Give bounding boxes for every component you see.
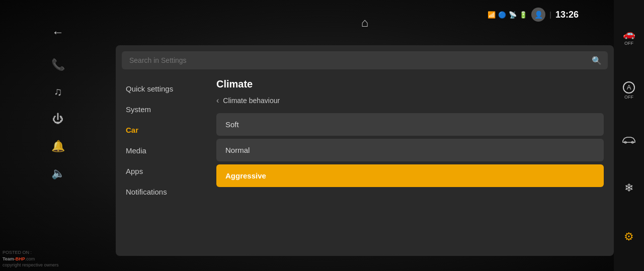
signal-icon: 📡 <box>509 11 517 19</box>
search-input[interactable] <box>122 51 608 69</box>
status-icons: 📶 🔵 📡 🔋 <box>488 11 527 19</box>
phone-icon[interactable]: 📞 <box>51 58 65 71</box>
nav-item-quick-settings[interactable]: Quick settings <box>116 78 206 99</box>
snowflake-symbol: ❄ <box>624 182 633 194</box>
volume-icon[interactable]: 🔈 <box>51 167 65 180</box>
back-button[interactable]: ← <box>52 25 64 39</box>
main-screen: 🔍 Quick settings System Car Media Apps N… <box>116 45 614 256</box>
nav-item-system[interactable]: System <box>116 99 206 120</box>
content-area: Quick settings System Car Media Apps Not… <box>116 73 614 256</box>
right-content: Climate ‹ Climate behaviour Soft Normal … <box>206 73 614 256</box>
option-soft[interactable]: Soft <box>216 113 604 136</box>
top-bar: ⌂ 📶 🔵 📡 🔋 👤 | 13:26 <box>116 0 614 45</box>
music-icon[interactable]: ♫ <box>54 85 62 99</box>
option-aggressive[interactable]: Aggressive <box>216 164 604 187</box>
auto-off-icon[interactable]: A OFF <box>623 81 635 100</box>
home-icon[interactable]: ⌂ <box>361 16 369 30</box>
settings-icon[interactable]: ⚙ <box>624 230 634 243</box>
car-off-label: OFF <box>623 41 635 46</box>
auto-off-symbol: A <box>623 81 635 94</box>
breadcrumb-label: Climate behaviour <box>223 97 280 105</box>
watermark-brand: Team-BHP.com <box>3 256 59 262</box>
left-sidebar: ← 📞 ♫ ⏻ 🔔 🔈 <box>0 0 116 271</box>
avatar[interactable]: 👤 <box>531 8 545 22</box>
nav-item-apps[interactable]: Apps <box>116 161 206 182</box>
car-off-icon[interactable]: 🚗 OFF <box>623 28 635 46</box>
nav-item-media[interactable]: Media <box>116 140 206 161</box>
search-icon: 🔍 <box>592 56 602 65</box>
watermark-line1: POSTED ON : <box>3 249 59 256</box>
watermark-ext: .com <box>25 256 35 261</box>
snowflake-icon[interactable]: ❄ <box>624 182 633 195</box>
right-sidebar: 🚗 OFF A OFF ❄ ⚙ <box>614 0 644 271</box>
section-title: Climate <box>216 78 604 90</box>
watermark-line2: copyright respective owners <box>3 262 59 268</box>
power-icon[interactable]: ⏻ <box>52 113 63 126</box>
wifi-icon: 📶 <box>488 11 496 19</box>
car-profile-icon[interactable] <box>622 135 636 146</box>
watermark-team: Team <box>3 256 14 261</box>
car-off-symbol: 🚗 <box>623 28 635 40</box>
search-wrapper: 🔍 <box>122 51 608 69</box>
left-nav: Quick settings System Car Media Apps Not… <box>116 73 206 256</box>
settings-symbol: ⚙ <box>624 230 634 243</box>
auto-off-label: OFF <box>623 95 635 100</box>
bluetooth-icon: 🔵 <box>498 11 506 19</box>
watermark: POSTED ON : Team-BHP.com copyright respe… <box>3 249 59 268</box>
divider: | <box>549 11 551 19</box>
car-svg <box>622 136 636 144</box>
breadcrumb-arrow-icon: ‹ <box>216 96 219 105</box>
nav-item-car[interactable]: Car <box>116 120 206 140</box>
battery-icon: 🔋 <box>519 11 527 19</box>
status-bar: 📶 🔵 📡 🔋 👤 | 13:26 <box>488 8 579 22</box>
breadcrumb: ‹ Climate behaviour <box>216 96 604 105</box>
option-normal[interactable]: Normal <box>216 139 604 161</box>
watermark-bhp: -BHP <box>14 256 25 261</box>
bell-icon[interactable]: 🔔 <box>51 140 65 153</box>
nav-item-notifications[interactable]: Notifications <box>116 182 206 202</box>
clock: 13:26 <box>555 10 579 20</box>
